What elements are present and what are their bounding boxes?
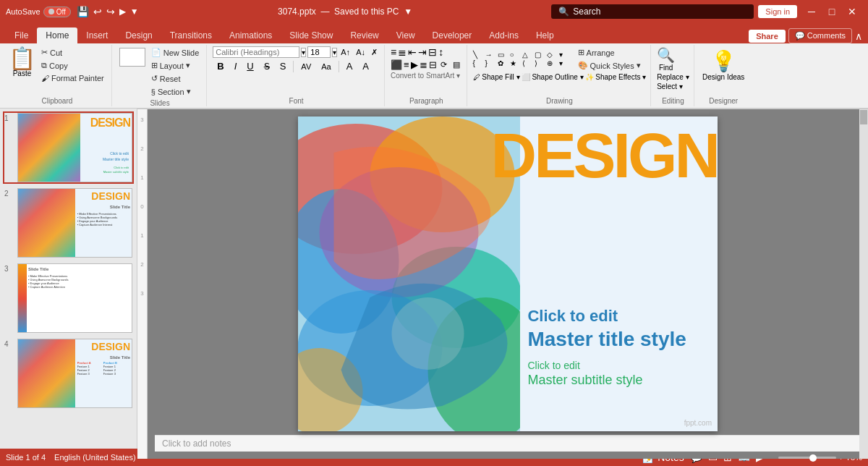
decrease-indent-button[interactable]: ⇤ [408, 46, 417, 58]
layout-button[interactable]: ⊞ Layout ▾ [148, 59, 203, 72]
shape-arrow[interactable]: → [485, 51, 497, 59]
numbering-button[interactable]: ≣ [398, 46, 407, 58]
italic-button[interactable]: I [230, 59, 242, 73]
shape-oval[interactable]: ○ [510, 51, 522, 59]
select-button[interactable]: Select ▾ [657, 82, 683, 90]
redo-icon[interactable]: ↪ [106, 6, 115, 17]
tab-developer[interactable]: Developer [424, 27, 481, 43]
tab-design[interactable]: Design [116, 27, 161, 43]
new-slide-button[interactable]: 📄 New Slide [148, 46, 203, 59]
shape-f6[interactable]: ⟩ [535, 59, 546, 67]
shape-f5[interactable]: ⟨ [522, 59, 534, 67]
shape-effects-button[interactable]: ✨ Shape Effects ▾ [585, 73, 647, 81]
align-right-button[interactable]: ▶ [411, 59, 418, 70]
slide-thumb-2[interactable]: 2 DESIGN Slide Title • Make Effective Pr… [3, 187, 134, 259]
scroll-thumb[interactable] [860, 110, 867, 124]
tab-help[interactable]: Help [527, 27, 563, 43]
tab-review[interactable]: Review [341, 27, 387, 43]
collapse-ribbon-icon[interactable]: ∧ [855, 30, 862, 42]
justify-button[interactable]: ≣ [420, 59, 427, 70]
columns-button[interactable]: ⊟ [428, 46, 437, 58]
shape-f8[interactable]: ▾ [559, 59, 571, 67]
bold-button[interactable]: B [213, 59, 228, 73]
slide-canvas[interactable]: DESIGN Click to edit Master title style … [298, 116, 718, 431]
shape-line[interactable]: ╲ [473, 51, 485, 59]
minimize-button[interactable]: ─ [801, 1, 822, 22]
shape-outline-button[interactable]: ⬜ Shape Outline ▾ [522, 73, 584, 81]
close-button[interactable]: ✕ [842, 1, 862, 22]
tab-home[interactable]: Home [37, 27, 77, 43]
vertical-scrollbar[interactable] [859, 109, 868, 459]
cut-button[interactable]: ✂ Cut [38, 46, 107, 59]
sign-in-button[interactable]: Sign in [758, 5, 797, 18]
autosave-toggle[interactable]: Off [43, 7, 71, 17]
search-bar[interactable]: 🔍 Search [551, 4, 754, 19]
shape-rect[interactable]: ▭ [498, 51, 509, 59]
convert-smartart-button[interactable]: Convert to SmartArt ▾ [391, 72, 460, 80]
shape-fill-button[interactable]: 🖊 Shape Fill ▾ [473, 73, 520, 81]
clear-format-button[interactable]: ✗ [369, 47, 380, 58]
undo-icon[interactable]: ↩ [93, 6, 102, 17]
shape-f1[interactable]: { [473, 59, 485, 67]
shape-f4[interactable]: ★ [510, 59, 522, 67]
save-icon[interactable]: 💾 [77, 6, 89, 17]
char-spacing-button[interactable]: AV [297, 61, 315, 72]
shape-f7[interactable]: ⊕ [547, 59, 558, 67]
restore-button[interactable]: □ [822, 1, 842, 22]
section-button[interactable]: § Section ▾ [148, 85, 203, 98]
slide-thumb-3[interactable]: 3 Slide Title • Make Effective Presentat… [3, 262, 134, 334]
tab-insert[interactable]: Insert [77, 27, 116, 43]
font-name-input[interactable] [213, 46, 299, 58]
canvas-area[interactable]: DESIGN Click to edit Master title style … [148, 109, 868, 459]
tab-view[interactable]: View [388, 27, 424, 43]
underline-button[interactable]: U [242, 59, 258, 73]
tab-addins[interactable]: Add-ins [480, 27, 527, 43]
text-direction-button[interactable]: ⟳ [438, 59, 449, 70]
tab-file[interactable]: File [6, 27, 37, 43]
add-notes-input[interactable]: Click to add notes [155, 435, 861, 452]
slide-thumb-4[interactable]: 4 DESIGN Slide Title Product A Feature 1… [3, 337, 134, 410]
quick-styles-button[interactable]: 🎨 Quick Styles ▾ [575, 59, 644, 72]
comments-button[interactable]: 💬 Comments [788, 28, 852, 43]
font-case-button[interactable]: Aa [317, 61, 335, 72]
arrange-button[interactable]: ⊞ Arrange [575, 46, 644, 59]
format-painter-button[interactable]: 🖌 Format Painter [38, 72, 107, 84]
strikethrough-button[interactable]: S̶ [260, 59, 274, 73]
font-color-button[interactable]: A [358, 59, 373, 73]
copy-button[interactable]: ⧉ Copy [38, 59, 107, 72]
zoom-slider[interactable] [778, 457, 836, 459]
find-button[interactable]: 🔍 Find [657, 46, 675, 72]
shape-diam[interactable]: ◇ [547, 51, 558, 59]
share-button[interactable]: Share [749, 30, 786, 43]
line-spacing-button[interactable]: ↕ [438, 46, 443, 58]
reset-button[interactable]: ↺ Reset [148, 72, 203, 85]
shape-rr[interactable]: ▢ [535, 51, 546, 59]
shape-more[interactable]: ▾ [559, 51, 571, 59]
bullets-button[interactable]: ≡ [391, 46, 396, 58]
slide4-col2: Product B Feature 1Feature 2Feature 3 [103, 361, 117, 376]
tab-transitions[interactable]: Transitions [161, 27, 221, 43]
shape-tri[interactable]: △ [522, 51, 534, 59]
decrease-font-button[interactable]: A↓ [354, 47, 367, 57]
align-left-button[interactable]: ⬛ [391, 59, 402, 70]
paste-button[interactable]: 📋 Paste [7, 46, 37, 79]
font-size-dropdown[interactable]: ▾ [332, 48, 337, 57]
shape-f2[interactable]: } [485, 59, 497, 67]
align-text-button[interactable]: ▤ [451, 59, 462, 70]
font-name-dropdown[interactable]: ▾ [301, 48, 306, 57]
more-icon[interactable]: ▼ [130, 7, 139, 17]
highlight-button[interactable]: A [342, 59, 357, 73]
replace-button[interactable]: Replace ▾ [657, 73, 689, 81]
align-vert-button[interactable]: ⊟ [429, 59, 437, 70]
shadow-button[interactable]: S [276, 59, 291, 73]
present-icon[interactable]: ▶ [119, 7, 126, 17]
tab-slideshow[interactable]: Slide Show [281, 27, 341, 43]
slide-thumb-1[interactable]: 1 DESIGN Click to edit Master title styl… [3, 111, 134, 184]
design-ideas-button[interactable]: 💡 Design Ideas [700, 46, 747, 84]
increase-indent-button[interactable]: ⇥ [418, 46, 427, 58]
align-center-button[interactable]: ≡ [404, 59, 409, 70]
shape-f3[interactable]: ✿ [498, 59, 509, 67]
font-size-input[interactable] [307, 46, 331, 58]
tab-animations[interactable]: Animations [221, 27, 281, 43]
increase-font-button[interactable]: A↑ [339, 47, 352, 57]
